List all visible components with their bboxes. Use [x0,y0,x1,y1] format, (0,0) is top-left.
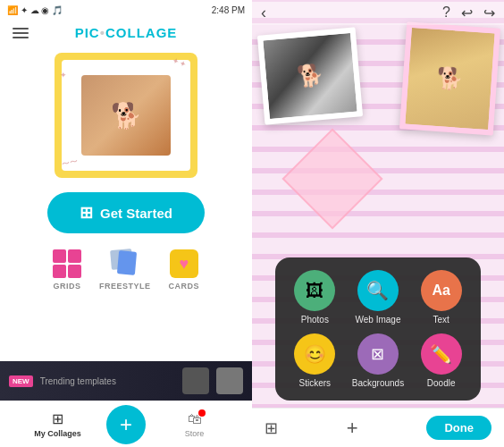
grids-icon [53,249,81,278]
backgrounds-icon: ⊠ [371,344,384,364]
web-image-label: Web Image [356,315,401,325]
banner-text: Trending templates [40,376,175,386]
done-button[interactable]: Done [426,416,491,440]
cards-icon: ♥ [170,249,198,278]
left-panel: 📶 ✦ ☁ ◉ 🎵 2:48 PM PIC•COLLAGE ✦✦ 〜〜 ✦ 🐕 … [0,0,252,447]
dog1-image: 🐕 [263,33,357,119]
store-icon-wrap: 🛍 [188,411,202,427]
bottom-nav: ⊞ My Collages + 🛍 Store [0,401,252,447]
menu-doodle[interactable]: ✏️ Doodle [412,333,470,388]
grids-label: GRIDS [53,282,80,291]
my-collages-label: My Collages [34,429,81,438]
banner-strip[interactable]: NEW Trending templates [0,361,252,401]
photo-card-dog2[interactable]: 🐕 [399,21,500,135]
status-bar: 📶 ✦ ☁ ◉ 🎵 2:48 PM [0,0,252,20]
text-label: Text [433,315,449,325]
bottom-add-icon[interactable]: + [347,417,358,440]
doodle-circle: ✏️ [421,333,462,375]
backgrounds-circle: ⊠ [357,333,399,375]
redo-icon[interactable]: ↪ [483,4,495,21]
menu-web-image[interactable]: 🔍 Web Image [349,270,407,325]
nav-store[interactable]: 🛍 Store [146,411,243,438]
header-icons: ? ↩ ↪ [442,4,495,21]
add-photo-icon: ⊞ [80,203,93,223]
stickers-label: Stickers [299,378,332,388]
app-logo: PIC•COLLAGE [75,25,178,40]
menu-stickers[interactable]: 😊 Stickers [286,333,344,388]
app-header: PIC•COLLAGE [0,20,252,46]
freestyle-label: FREESTYLE [99,282,151,291]
preview-photo: 🐕 [81,75,171,156]
banner-thumbnail2 [216,367,243,394]
banner-thumbnail [182,367,209,394]
right-header: ‹ ? ↩ ↪ [252,0,504,25]
cards-option[interactable]: ♥ CARDS [169,249,200,291]
stickers-icon: 😊 [304,343,326,365]
add-menu-popup: 🖼 Photos 🔍 Web Image Aa Text 😊 Stickers … [275,257,481,401]
status-time: 2:48 PM [212,5,245,15]
right-bottom-bar: ⊞ + Done [252,408,504,447]
store-badge [198,409,206,417]
doodle-decoration2: 〜〜 [61,156,80,171]
dog2-image: 🐕 [405,28,494,130]
web-image-circle: 🔍 [357,270,399,311]
add-fab-button[interactable]: + [106,405,146,444]
help-icon[interactable]: ? [442,4,450,21]
cards-label: CARDS [169,282,200,291]
doodle-decoration: ✦✦ [172,56,188,70]
collage-preview: ✦✦ 〜〜 ✦ 🐕 [55,53,197,178]
menu-backgrounds[interactable]: ⊠ Backgrounds [349,333,407,388]
text-circle: Aa [421,270,462,311]
backgrounds-label: Backgrounds [352,378,404,388]
menu-text[interactable]: Aa Text [412,270,470,325]
photo-card-dog1[interactable]: 🐕 [257,27,363,124]
menu-photos[interactable]: 🖼 Photos [286,270,344,325]
banner-new-badge: NEW [9,375,33,387]
back-button[interactable]: ‹ [261,4,266,22]
right-panel: ‹ ? ↩ ↪ 🐕 🐕 🖼 Photos 🔍 Web Image [252,0,504,447]
doodle-label: Doodle [427,378,456,388]
freestyle-option[interactable]: FREESTYLE [99,249,151,291]
photos-label: Photos [301,315,329,325]
layout-icon[interactable]: ⊞ [265,418,278,438]
get-started-button[interactable]: ⊞ Get Started [47,192,205,233]
doodle-icon: ✏️ [430,343,452,365]
dog-image: 🐕 [81,75,171,156]
nav-my-collages[interactable]: ⊞ My Collages [9,410,106,438]
web-image-icon: 🔍 [366,280,389,301]
text-icon: Aa [432,283,449,299]
stickers-circle: 😊 [294,333,335,375]
undo-icon[interactable]: ↩ [461,4,473,21]
my-collages-icon: ⊞ [52,410,63,427]
doodle-decoration3: ✦ [60,71,67,80]
photos-icon: 🖼 [306,281,323,301]
options-row: GRIDS FREESTYLE ♥ CARDS [53,249,199,291]
grids-option[interactable]: GRIDS [53,249,81,291]
status-icons: 📶 ✦ ☁ ◉ 🎵 [7,5,63,15]
menu-icon[interactable] [13,28,29,38]
freestyle-icon [111,249,139,278]
photos-circle: 🖼 [294,270,335,311]
store-label: Store [185,429,205,438]
